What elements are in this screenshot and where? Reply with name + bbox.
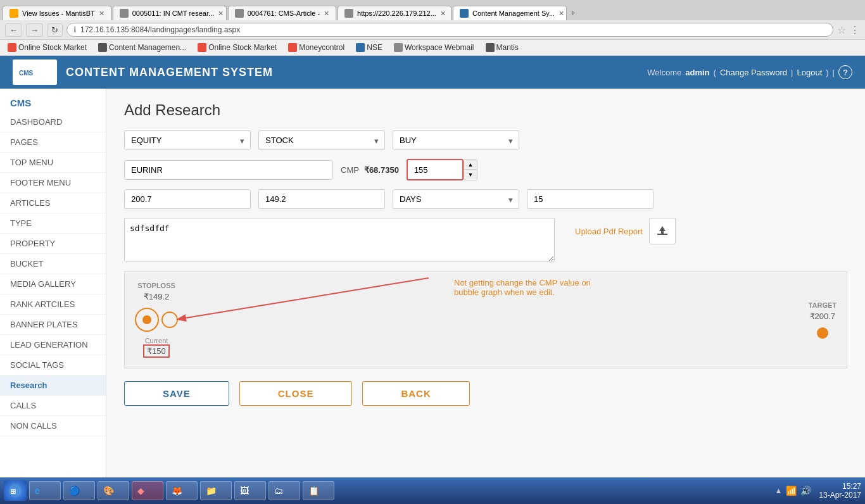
change-password-link[interactable]: Change Password <box>720 68 787 77</box>
sidebar-item-top-menu[interactable]: TOP MENU <box>0 153 106 173</box>
new-tab-button[interactable]: + <box>568 6 578 20</box>
stoploss-section: STOPLOSS ₹149.2 Current ₹150 <box>135 282 178 358</box>
taskbar-app-photos[interactable]: 🖼 <box>234 481 266 496</box>
save-button[interactable]: SAVE <box>124 381 229 406</box>
username-label: admin <box>685 68 709 77</box>
cmp-label: CMP <box>341 165 359 175</box>
back-button[interactable]: BACK <box>362 381 469 406</box>
sidebar-item-lead-generation[interactable]: LEAD GENERATION <box>0 335 106 355</box>
sidebar-item-pages[interactable]: PAGES <box>0 132 106 153</box>
logo-box: CMS <box>13 60 57 85</box>
sidebar-item-research[interactable]: Research <box>0 375 106 396</box>
sidebar-item-property[interactable]: PROPERTY <box>0 234 106 254</box>
bookmark-nse[interactable]: NSE <box>353 42 385 53</box>
bubble-small-circle <box>161 312 178 328</box>
taskbar-app-files[interactable]: 🗂 <box>268 481 300 496</box>
taskbar-app-explorer[interactable]: 📁 <box>200 481 232 496</box>
stock-select[interactable]: STOCK INDEX FUTURES <box>258 130 385 150</box>
browser-chrome: View Issues - MantisBT ✕ 0005011: IN CMT… <box>0 0 865 56</box>
equity-select-wrapper: EQUITY COMMODITY CURRENCY <box>124 130 251 150</box>
browser-tab-3[interactable]: 0004761: CMS-Article - ✕ <box>228 6 336 20</box>
sidebar-item-banner-plates[interactable]: BANNER PLATES <box>0 315 106 335</box>
bookmark-moneycontrol[interactable]: Moneycontrol <box>286 42 347 53</box>
browser-tab-4[interactable]: https://220.226.179.212... ✕ <box>338 6 451 20</box>
browser-tab-1[interactable]: View Issues - MantisBT ✕ <box>3 6 111 20</box>
app-wrapper: CMS CONTENT MANAGEMENT SYSTEM Welcome ad… <box>0 56 865 496</box>
bubble-inner-circle <box>142 315 151 324</box>
current-label: Current <box>145 337 168 344</box>
browser-tab-5[interactable]: Content Management Sy... ✕ <box>453 6 567 20</box>
sidebar-item-articles[interactable]: ARTICLES <box>0 193 106 213</box>
taskbar-app-app1[interactable]: ◆ <box>132 481 163 496</box>
sidebar-item-footer-menu[interactable]: FOOTER MENU <box>0 173 106 193</box>
network-icon[interactable]: 📶 <box>786 486 797 496</box>
address-bar[interactable]: ℹ 172.16.16.135:8084/landingpages/landin… <box>66 23 833 37</box>
sidebar-item-rank-articles[interactable]: RANK ARTCILES <box>0 294 106 315</box>
bookmark-online-stock[interactable]: Online Stock Market <box>5 42 89 53</box>
symbol-input[interactable] <box>124 160 333 180</box>
back-nav-button[interactable]: ← <box>5 23 22 37</box>
browser-menu[interactable]: ⋮ <box>850 24 860 36</box>
main-content: Add Research EQUITY COMMODITY CURRENCY S… <box>106 89 865 496</box>
tab-close-2[interactable]: ✕ <box>218 9 224 18</box>
taskbar-app-chrome[interactable]: 🔵 <box>63 481 95 496</box>
bookmark-webmail[interactable]: Workspace Webmail <box>391 42 477 53</box>
bookmark-mantis[interactable]: Mantis <box>483 42 521 53</box>
equity-select[interactable]: EQUITY COMMODITY CURRENCY <box>124 130 251 150</box>
reload-button[interactable]: ↻ <box>47 23 63 37</box>
upload-area: Upload Pdf Report <box>575 218 676 244</box>
taskbar-time: 15:27 13-Apr-2017 <box>819 482 861 496</box>
sidebar-item-type[interactable]: TYPE <box>0 213 106 234</box>
sidebar-item-dashboard[interactable]: DASHBOARD <box>0 112 106 132</box>
days-select-wrapper: DAYS WEEKS MONTHS <box>393 189 519 209</box>
show-hidden-icon[interactable]: ▲ <box>774 486 782 495</box>
buy-select[interactable]: BUY SELL <box>393 130 519 150</box>
taskbar: ⊞ e 🔵 🎨 ◆ 🦊 📁 🖼 🗂 📋 ▲ � <box>0 477 865 496</box>
upload-button[interactable] <box>649 218 676 244</box>
days-select[interactable]: DAYS WEEKS MONTHS <box>393 189 519 209</box>
value2-input[interactable] <box>258 189 385 209</box>
sidebar-item-bucket[interactable]: BUCKET <box>0 254 106 274</box>
help-button[interactable]: ? <box>838 65 852 79</box>
spinner-up-button[interactable]: ▲ <box>464 160 477 170</box>
tab-close-1[interactable]: ✕ <box>99 9 104 18</box>
bookmark-cms[interactable]: Content Managemen... <box>96 42 189 53</box>
spinner-down-button[interactable]: ▼ <box>464 170 477 180</box>
price-input[interactable] <box>407 159 464 180</box>
logout-link[interactable]: Logout <box>797 68 823 77</box>
sidebar-item-social-tags[interactable]: SOCIAL TAGS <box>0 355 106 375</box>
target-section: TARGET ₹200.7 <box>809 301 837 339</box>
current-section: Current ₹150 <box>143 337 170 358</box>
taskbar-app-firefox[interactable]: 🦊 <box>166 481 198 496</box>
tab-close-4[interactable]: ✕ <box>440 9 446 18</box>
taskbar-app-ie[interactable]: e <box>29 481 61 496</box>
volume-icon[interactable]: 🔊 <box>800 486 811 496</box>
taskbar-app-misc[interactable]: 📋 <box>303 481 334 496</box>
description-textarea[interactable]: sdfsdfdf <box>124 218 555 262</box>
svg-marker-3 <box>659 226 666 234</box>
bookmark-online-stock2[interactable]: Online Stock Market <box>195 42 279 53</box>
sidebar-item-media-gallery[interactable]: MEDIA GALLERY <box>0 274 106 294</box>
form-row-symbol: CMP ₹68.7350 ▲ ▼ <box>124 159 847 180</box>
price-spinner: ▲ ▼ <box>407 159 477 180</box>
sidebar-nav: DASHBOARD PAGES TOP MENU FOOTER MENU ART… <box>0 112 106 436</box>
start-button[interactable]: ⊞ <box>4 481 27 496</box>
tab-close-3[interactable]: ✕ <box>324 9 329 18</box>
days-value-input[interactable] <box>527 189 653 209</box>
tab-close-5[interactable]: ✕ <box>559 9 564 18</box>
value1-input[interactable] <box>124 189 251 209</box>
buy-select-wrapper: BUY SELL <box>393 130 519 150</box>
bookmark-star[interactable]: ☆ <box>837 24 846 36</box>
upload-label: Upload Pdf Report <box>575 227 643 236</box>
app-header: CMS CONTENT MANAGEMENT SYSTEM Welcome ad… <box>0 56 865 89</box>
cms-label: CMS <box>0 89 106 112</box>
sidebar-item-non-calls[interactable]: NON CALLS <box>0 416 106 436</box>
taskbar-app-paint[interactable]: 🎨 <box>98 481 129 496</box>
browser-tab-2[interactable]: 0005011: IN CMT resear... ✕ <box>113 6 227 20</box>
bubble-outer-circle <box>135 308 159 332</box>
close-button[interactable]: CLOSE <box>239 381 353 406</box>
forward-nav-button[interactable]: → <box>26 23 43 37</box>
sidebar-item-calls[interactable]: CALLS <box>0 396 106 416</box>
system-title: CONTENT MANAGEMENT SYSTEM <box>66 66 273 79</box>
svg-rect-2 <box>657 234 667 235</box>
